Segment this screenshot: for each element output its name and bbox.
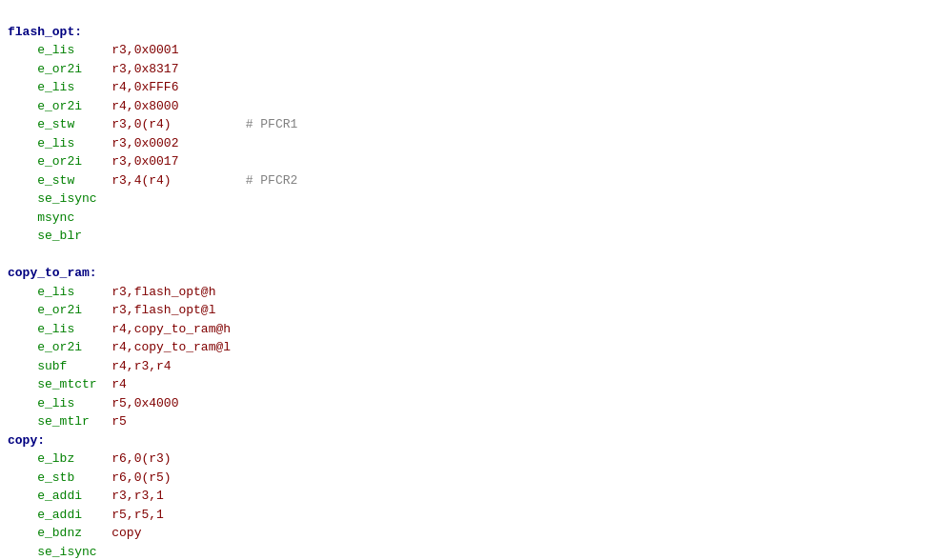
code-line: e_stw r3,0(r4) # PFCR1 — [8, 115, 944, 134]
code-line: e_or2i r4,copy_to_ram@l — [8, 338, 944, 357]
code-line: e_lis r4,copy_to_ram@h — [8, 320, 944, 339]
code-line: e_addi r3,r3,1 — [8, 487, 944, 506]
code-line: e_lis r4,0xFFF6 — [8, 78, 944, 97]
code-line: e_or2i r3,0x0017 — [8, 152, 944, 171]
code-line: e_addi r5,r5,1 — [8, 506, 944, 525]
code-line: e_lis r3,0x0001 — [8, 41, 944, 60]
code-line: se_mtlr r5 — [8, 412, 944, 431]
code-line: e_bdnz copy — [8, 524, 944, 543]
code-line: se_isync — [8, 190, 944, 209]
code-line: se_blr — [8, 227, 944, 246]
section-label: copy: — [8, 431, 944, 450]
assembly-code: flash_opt: e_lis r3,0x0001 e_or2i r3,0x8… — [8, 4, 944, 560]
code-line: e_or2i r4,0x8000 — [8, 97, 944, 116]
code-line: e_lis r5,0x4000 — [8, 394, 944, 413]
code-line: e_or2i r3,flash_opt@l — [8, 301, 944, 320]
code-line: se_mtctr r4 — [8, 375, 944, 394]
code-line: e_stb r6,0(r5) — [8, 469, 944, 488]
code-line: e_lbz r6,0(r3) — [8, 450, 944, 469]
code-line: se_isync — [8, 543, 944, 561]
code-line: e_stw r3,4(r4) # PFCR2 — [8, 171, 944, 190]
section-label: flash_opt: — [8, 23, 944, 42]
code-line: e_lis r3,0x0002 — [8, 134, 944, 153]
code-line: e_lis r3,flash_opt@h — [8, 283, 944, 302]
code-line: e_or2i r3,0x8317 — [8, 60, 944, 79]
code-line: subf r4,r3,r4 — [8, 357, 944, 376]
section-label: copy_to_ram: — [8, 264, 944, 283]
code-line: msync — [8, 209, 944, 228]
